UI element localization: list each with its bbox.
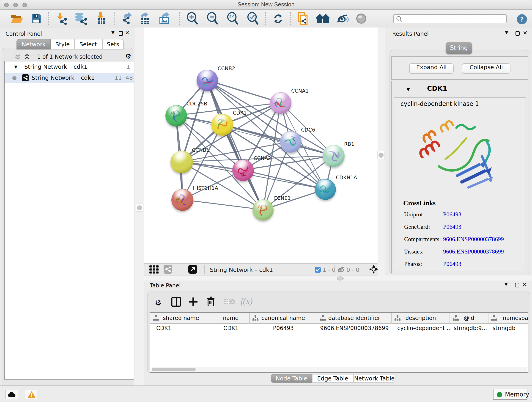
copy-network-button[interactable] [297, 10, 309, 27]
zoom-in-button[interactable] [186, 10, 199, 27]
export-network-button[interactable] [120, 10, 133, 27]
table-cell[interactable]: cyclin-dependent ... [392, 324, 450, 332]
column-header-name[interactable]: name [212, 313, 250, 324]
show-columns-icon[interactable] [171, 297, 181, 307]
search-input[interactable] [402, 16, 506, 22]
network-canvas[interactable]: CCNB2 CCNA1 CDC25B CDK1 CDC6 R [144, 27, 378, 263]
column-header--id[interactable]: @id [450, 313, 488, 324]
selected-checkbox-icon[interactable] [315, 267, 321, 273]
crosslink-link[interactable]: 9606.ENSP00000378699 [443, 248, 504, 255]
left-splitter-handle[interactable] [136, 204, 143, 212]
table-cell[interactable]: stringdb [488, 324, 528, 332]
string-tab-icon[interactable] [164, 265, 172, 274]
column-header-canonical-name[interactable]: canonical name [250, 313, 317, 324]
warning-status-button[interactable] [25, 390, 38, 399]
close-panel-icon[interactable]: ✕ [125, 30, 130, 36]
network-node-ccna2[interactable] [232, 159, 254, 181]
hide-panel-button[interactable] [336, 10, 349, 27]
section-collapse-icon[interactable]: ▼ [406, 87, 410, 92]
collapse-all-icon[interactable] [15, 54, 21, 60]
network-row[interactable]: String Network – cdk1 11 48 [5, 73, 134, 83]
show-panel-button[interactable] [355, 10, 367, 27]
fit-selection-icon[interactable] [369, 265, 378, 274]
collapse-all-button[interactable]: Collapse All [462, 63, 510, 74]
panel-menu-icon[interactable]: ▼ [111, 30, 114, 35]
crosslink-link[interactable]: P06493 [443, 211, 461, 218]
network-node-cdc25b[interactable] [165, 105, 187, 126]
open-session-button[interactable] [10, 10, 24, 27]
crosslink-link[interactable]: 9606.ENSP00000378699 [443, 236, 504, 242]
expand-all-button[interactable]: Expand All [409, 63, 454, 74]
memory-button[interactable]: Memory [493, 389, 527, 400]
gear-icon[interactable]: ⚙ [125, 53, 131, 60]
horizontal-splitter[interactable] [144, 275, 532, 281]
expand-all-icon[interactable] [24, 54, 30, 60]
zoom-out-button[interactable] [206, 10, 219, 27]
open-in-new-window-icon[interactable] [188, 265, 197, 274]
network-collection-row[interactable]: ▼ String Network – cdk1 1 [5, 61, 134, 73]
birds-eye-view-icon[interactable] [149, 265, 159, 274]
close-panel-icon[interactable]: ✕ [523, 30, 527, 36]
horizontal-splitter-handle[interactable] [337, 276, 344, 281]
network-node-ccnb2[interactable] [196, 70, 218, 91]
network-node-cdc6[interactable] [280, 131, 301, 153]
scrollbar-thumb[interactable] [152, 368, 196, 371]
import-network-from-database-button[interactable] [74, 10, 89, 27]
table-cell[interactable]: CDK1 [150, 324, 212, 332]
crosslink-link[interactable]: P06493 [443, 260, 461, 267]
protein-structure-image [412, 112, 500, 195]
results-tab-string[interactable]: String [446, 42, 472, 54]
import-network-button[interactable] [55, 10, 68, 27]
tree-expand-icon[interactable]: ▼ [14, 65, 17, 69]
network-node-cdk1[interactable] [211, 114, 233, 136]
tab-style[interactable]: Style [51, 39, 74, 50]
crosslink-link[interactable]: P06493 [443, 223, 461, 230]
add-column-icon[interactable] [189, 297, 198, 306]
export-table-button[interactable] [139, 10, 152, 27]
tab-network-table[interactable]: Network Table [353, 374, 395, 383]
tab-node-table[interactable]: Node Table [271, 374, 312, 383]
refresh-button[interactable] [273, 10, 284, 27]
node-table[interactable]: shared namename canonical name database … [150, 312, 528, 373]
close-panel-icon[interactable]: ✕ [522, 281, 527, 288]
column-header-database-identifier[interactable]: database identifier [317, 313, 392, 324]
column-header-shared-name[interactable]: shared name [150, 313, 212, 324]
save-session-button[interactable] [30, 10, 42, 27]
search-box[interactable] [393, 14, 507, 23]
table-cell[interactable]: 9606.ENSP00000378699 [317, 324, 392, 334]
delete-column-icon[interactable] [207, 297, 215, 306]
column-header-description[interactable]: description [392, 313, 450, 324]
column-header-namespace[interactable]: namespace [488, 313, 528, 324]
table-cell[interactable]: P06493 [250, 324, 317, 334]
home-view-button[interactable] [316, 10, 330, 27]
tab-select[interactable]: Select [74, 39, 102, 50]
table-cell[interactable]: CDK1 [212, 324, 250, 334]
tab-network[interactable]: Network [17, 39, 51, 50]
zoom-fit-button[interactable] [226, 10, 239, 27]
import-table-button[interactable] [95, 10, 108, 27]
export-image-button[interactable] [158, 10, 172, 27]
network-node-cdkn1a[interactable] [315, 179, 336, 200]
float-panel-icon[interactable] [515, 282, 519, 291]
tab-edge-table[interactable]: Edge Table [312, 374, 353, 383]
cloud-status-button[interactable] [5, 390, 18, 399]
panel-menu-icon[interactable]: ▼ [505, 282, 508, 287]
left-splitter[interactable] [135, 27, 144, 385]
right-splitter-handle[interactable] [377, 151, 385, 159]
table-horizontal-scrollbar[interactable] [151, 367, 527, 372]
table-settings-gear-icon[interactable]: ⚙ [155, 299, 162, 307]
network-node-ccnb1[interactable] [170, 151, 193, 173]
network-view-toolbar: String Network – cdk1 1 - 0 0 - 0 [144, 263, 378, 275]
table-cell[interactable]: stringdb:9... [450, 324, 488, 332]
network-node-ccna1[interactable] [270, 92, 291, 114]
right-splitter[interactable] [378, 27, 385, 275]
tab-sets[interactable]: Sets [102, 39, 124, 50]
panel-menu-icon[interactable]: ▼ [505, 30, 508, 35]
network-node-ccne1[interactable] [253, 199, 273, 220]
network-node-hist1h1a[interactable] [171, 189, 193, 211]
zoom-selected-button[interactable] [247, 10, 259, 27]
network-node-rb1[interactable] [323, 145, 345, 167]
float-panel-icon[interactable] [515, 31, 520, 39]
help-button[interactable]: ? [517, 14, 527, 24]
float-panel-icon[interactable] [119, 31, 123, 39]
